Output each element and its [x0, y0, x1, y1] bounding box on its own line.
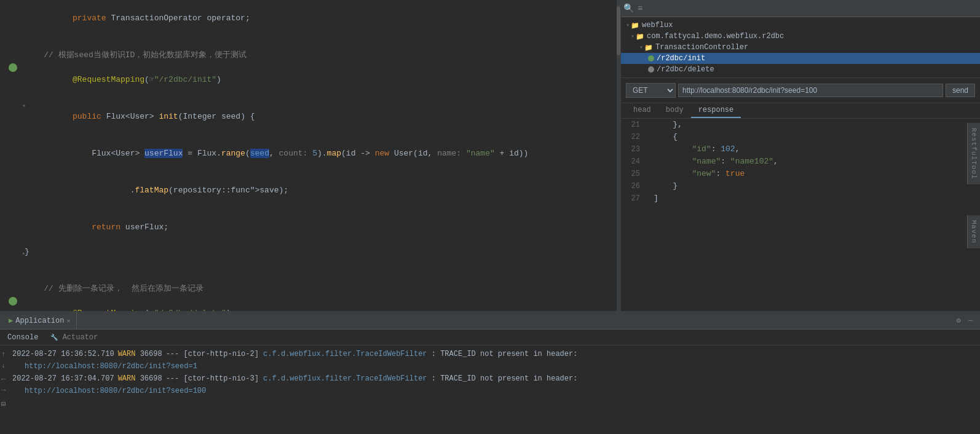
log-line-1: 2022-08-27 16:36:52.710 WARN 36698 --- [… [12, 348, 980, 360]
json-line: 21 }, [621, 119, 980, 131]
endpoint-icon [648, 55, 654, 61]
restful-tool-label[interactable]: RestfulTool [967, 123, 980, 184]
send-button[interactable]: send [946, 84, 975, 97]
right-arrow[interactable]: → [1, 386, 11, 395]
code-line: // 先删除一条记录， 然后在添加一条记录 [0, 283, 620, 295]
code-line: ▸ } [0, 246, 620, 258]
down-arrow[interactable]: ↓ [1, 361, 11, 370]
tree-item-r2dbc-init[interactable]: /r2dbc/init [621, 53, 980, 64]
tree-item-webflux[interactable]: ▾ 📁 webflux [621, 20, 980, 31]
filter-console-icon[interactable]: ⊟ [1, 400, 11, 409]
code-line: @RequestMapping(☞"/r2dbc/delete") [0, 295, 620, 311]
maven-label[interactable]: Maven [967, 215, 980, 248]
bottom-toolbar-icons: ⚙ ─ [954, 315, 978, 326]
http-method-select[interactable]: GET POST PUT DELETE [626, 83, 676, 98]
up-arrow[interactable]: ↑ [1, 350, 11, 359]
response-tabs: head body response [621, 103, 980, 119]
scrollbar[interactable] [617, 0, 620, 311]
bottom-tabs-bar: ▶ Application ✕ ⚙ ─ [0, 312, 980, 329]
app-icon: ▶ [9, 316, 13, 325]
subtab-actuator[interactable]: 🔧 Actuator [48, 332, 100, 343]
log-line-2: 2022-08-27 16:37:04.707 WARN 36698 --- [… [12, 373, 980, 385]
left-arrow[interactable]: ← [1, 375, 11, 384]
log-url-2[interactable]: http://localhost:8080/r2dbc/init?seed=10… [25, 385, 206, 397]
tab-head[interactable]: head [626, 103, 658, 118]
endpoint-icon-gray [648, 66, 654, 73]
right-panel: 🔍 ≡ ▾ 📁 webflux ▾ 📁 com.fattycal.demo.we… [621, 0, 980, 311]
code-line [0, 270, 620, 283]
application-tab-label: Application [15, 317, 64, 325]
tree-item-package[interactable]: ▾ 📁 com.fattycal.demo.webflux.r2dbc [621, 31, 980, 42]
console-main: 2022-08-27 16:36:52.710 WARN 36698 --- [… [12, 345, 980, 434]
code-line: Flux<User> userFlux = Flux.range(seed, c… [0, 135, 620, 172]
file-tree: ▾ 📁 webflux ▾ 📁 com.fattycal.demo.webflu… [621, 17, 980, 78]
application-tab[interactable]: ▶ Application ✕ [2, 312, 77, 329]
json-line: 24 "name": "name102", [621, 156, 980, 168]
json-line: 27 ] [621, 192, 980, 205]
code-line: @RequestMapping(☞"/r2dbc/init") [0, 61, 620, 98]
tree-item-r2dbc-delete[interactable]: /r2dbc/delete [621, 64, 980, 75]
folder-icon: 📁 [636, 33, 644, 41]
json-line: 23 "id": 102, [621, 143, 980, 156]
json-line: 26 } [621, 180, 980, 192]
console-nav-arrows: ↑ ↓ ← → ⊟ [0, 345, 12, 434]
subtab-console[interactable]: Console [5, 332, 41, 343]
http-request-area: GET POST PUT DELETE send [621, 78, 980, 103]
url-input[interactable] [678, 84, 943, 97]
code-line: // 根据seed当做初识ID，初始化数据库对象，便于测试 [0, 49, 620, 61]
tree-item-controller[interactable]: ▾ 📁 TransactionController [621, 42, 980, 53]
code-editor: private TransactionOperator operator; //… [0, 0, 621, 311]
bottom-subtabs: Console 🔧 Actuator [0, 329, 980, 345]
code-line: ▾ public Flux<User> init(Integer seed) { [0, 98, 620, 135]
log-link-2[interactable]: c.f.d.webflux.filter.TraceIdWebFilter [263, 373, 427, 385]
code-line: private TransactionOperator operator; [0, 0, 620, 37]
close-icon[interactable]: ✕ [66, 317, 70, 325]
tab-body[interactable]: body [658, 103, 691, 118]
response-json: 21 }, 22 { 23 "id": 102, 24 "name": "nam… [621, 119, 980, 311]
code-line [0, 37, 620, 49]
folder-icon: 📁 [644, 44, 653, 52]
console-area: ↑ ↓ ← → ⊟ 2022-08-27 16:36:52.710 WARN 3… [0, 345, 980, 434]
folder-icon: 📁 [631, 22, 639, 30]
log-link-line-1: http://localhost:8080/r2dbc/init?seed=1 [12, 360, 980, 373]
log-link-1[interactable]: c.f.d.webflux.filter.TraceIdWebFilter [263, 348, 427, 360]
code-line: .flatMap(repository::func">save); [0, 172, 620, 209]
code-line: return userFlux; [0, 209, 620, 246]
settings-icon[interactable]: ⚙ [954, 315, 963, 326]
json-line: 22 { [621, 131, 980, 143]
minimize-icon[interactable]: ─ [966, 315, 975, 326]
log-url-1[interactable]: http://localhost:8080/r2dbc/init?seed=1 [25, 360, 197, 373]
log-link-line-2: http://localhost:8080/r2dbc/init?seed=10… [12, 385, 980, 397]
tab-response[interactable]: response [691, 103, 741, 118]
json-line: 25 "new": true [621, 168, 980, 180]
filter-icon[interactable]: ≡ [638, 4, 642, 14]
bottom-panel: ▶ Application ✕ ⚙ ─ Console 🔧 Actuator ↑… [0, 311, 980, 434]
code-line [0, 258, 620, 270]
right-toolbar: 🔍 ≡ [621, 0, 980, 17]
search-icon[interactable]: 🔍 [623, 3, 634, 14]
